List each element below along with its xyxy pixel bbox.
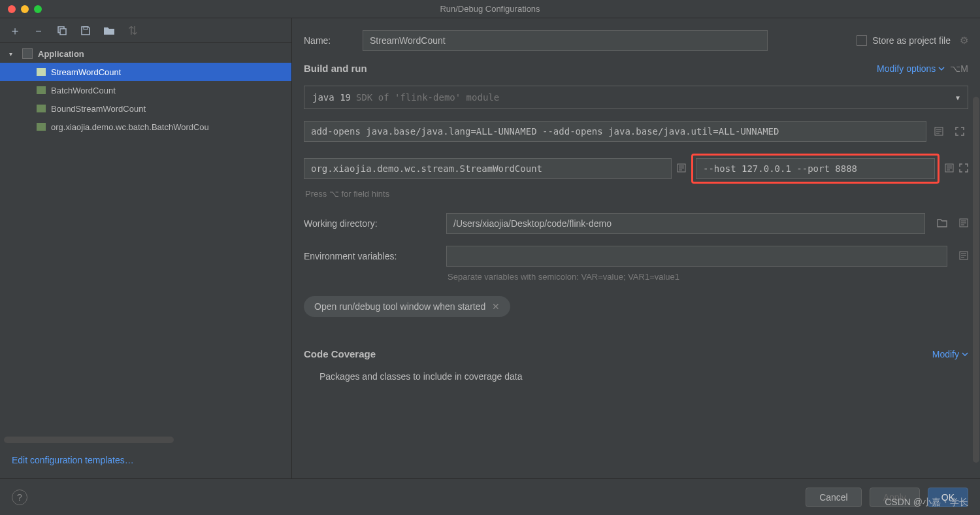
sort-icon[interactable]: ⇅: [127, 25, 139, 37]
window-title: Run/Debug Configurations: [440, 4, 540, 14]
titlebar: Run/Debug Configurations: [0, 0, 980, 18]
name-input[interactable]: [363, 30, 768, 51]
footer: ? Cancel Apply OK: [0, 478, 980, 515]
vm-options-field: [304, 121, 968, 142]
config-tree: ▾ Application StreamWordCount BatchWordC…: [0, 43, 291, 433]
add-icon[interactable]: ＋: [9, 25, 21, 37]
horizontal-scrollbar[interactable]: [4, 437, 174, 443]
run-config-icon: [37, 86, 46, 94]
env-row: Environment variables:: [304, 246, 968, 267]
tree-node-application[interactable]: ▾ Application: [0, 44, 291, 63]
history-icon[interactable]: [677, 163, 686, 174]
jre-value: java 19: [312, 92, 351, 103]
sidebar-toolbar: ＋ － ⇅: [0, 18, 291, 43]
build-run-header: Build and run Modify options ⌥M: [304, 63, 968, 74]
modify-options-text: Modify options: [877, 63, 936, 74]
env-input[interactable]: [446, 246, 947, 267]
env-helper: Separate variables with semicolon: VAR=v…: [448, 272, 968, 282]
field-hint: Press ⌥ for field hints: [305, 189, 968, 199]
chevron-down-icon: ▾: [9, 50, 16, 58]
tree-item-streamwordcount[interactable]: StreamWordCount: [0, 63, 291, 81]
history-icon[interactable]: [930, 123, 947, 140]
save-icon[interactable]: [80, 25, 91, 37]
env-label: Environment variables:: [304, 251, 434, 261]
program-args-input[interactable]: [696, 158, 935, 179]
maximize-window-icon[interactable]: [34, 5, 42, 13]
minimize-window-icon[interactable]: [21, 5, 29, 13]
run-config-icon: [37, 123, 46, 131]
tree-item-batchwordcount-fqn[interactable]: org.xiaojia.demo.wc.batch.BatchWordCou: [0, 118, 291, 136]
tree-node-label: Application: [38, 49, 84, 59]
store-project-file-checkbox[interactable]: [857, 35, 867, 46]
coverage-modify-text: Modify: [932, 349, 959, 359]
run-config-icon: [37, 68, 46, 76]
main-class-input[interactable]: [304, 158, 672, 179]
store-project-file-label: Store as project file: [872, 35, 951, 46]
modify-options-shortcut: ⌥M: [950, 63, 968, 74]
help-icon[interactable]: ?: [12, 490, 27, 505]
jre-subtext: SDK of 'flink-demo' module: [356, 92, 499, 103]
vm-options-input[interactable]: [304, 121, 926, 142]
close-window-icon[interactable]: [8, 5, 16, 13]
gear-icon[interactable]: ⚙: [960, 35, 968, 46]
name-label: Name:: [304, 35, 351, 46]
tree-item-boundstreamwordcount[interactable]: BoundStreamWordCount: [0, 99, 291, 118]
history-icon[interactable]: [945, 163, 954, 174]
run-config-icon: [37, 105, 46, 112]
tree-item-label: StreamWordCount: [51, 67, 121, 77]
modify-options-link[interactable]: Modify options: [877, 63, 945, 74]
cancel-button[interactable]: Cancel: [806, 488, 862, 507]
copy-icon[interactable]: [56, 25, 68, 37]
tree-item-label: org.xiaojia.demo.wc.batch.BatchWordCou: [51, 122, 209, 132]
section-title: Build and run: [304, 63, 367, 74]
store-project-file-row: Store as project file ⚙: [857, 35, 968, 46]
application-type-icon: [22, 48, 33, 59]
history-icon[interactable]: [959, 251, 968, 262]
tree-item-label: BoundStreamWordCount: [51, 104, 146, 114]
tree-item-batchwordcount[interactable]: BatchWordCount: [0, 81, 291, 99]
chevron-down-icon: ▼: [956, 94, 960, 101]
folder-icon[interactable]: [103, 25, 115, 37]
edit-templates-link[interactable]: Edit configuration templates…: [0, 455, 291, 478]
remove-icon[interactable]: －: [33, 25, 44, 37]
workdir-row: Working directory:: [304, 213, 968, 234]
watermark-text: CSDN @小嘉丶学长: [885, 497, 968, 508]
expand-icon[interactable]: [959, 163, 968, 174]
main-class-args-row: [304, 154, 968, 184]
open-run-window-chip[interactable]: Open run/debug tool window when started …: [304, 296, 510, 317]
expand-icon[interactable]: [951, 123, 968, 140]
coverage-sublabel: Packages and classes to include in cover…: [319, 371, 968, 382]
history-icon[interactable]: [959, 218, 968, 229]
name-row: Name: Store as project file ⚙: [304, 30, 968, 51]
coverage-modify-link[interactable]: Modify: [932, 349, 968, 359]
program-args-highlight: [691, 154, 939, 184]
jre-dropdown[interactable]: java 19 SDK of 'flink-demo' module ▼: [304, 86, 968, 109]
section-title: Code Coverage: [304, 348, 376, 359]
vertical-scrollbar[interactable]: [973, 97, 979, 463]
tree-item-label: BatchWordCount: [51, 86, 116, 95]
main-panel: Name: Store as project file ⚙ Build and …: [292, 18, 980, 478]
workdir-input[interactable]: [446, 213, 925, 234]
chip-label: Open run/debug tool window when started: [314, 301, 485, 312]
browse-folder-icon[interactable]: [937, 218, 947, 229]
sidebar: ＋ － ⇅ ▾ Application StreamWordCount: [0, 18, 292, 478]
svg-rect-1: [60, 29, 66, 35]
workdir-label: Working directory:: [304, 218, 434, 229]
chip-remove-icon[interactable]: ✕: [492, 301, 500, 312]
window-controls: [0, 5, 42, 13]
coverage-header: Code Coverage Modify: [304, 348, 968, 359]
